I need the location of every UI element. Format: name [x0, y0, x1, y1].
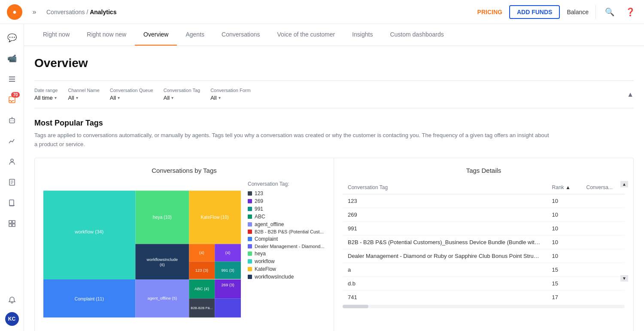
- tags-table-scroll[interactable]: Conversation Tag Rank ▲ Conversa... 123 …: [343, 181, 625, 301]
- sidebar-item-book[interactable]: [3, 194, 21, 211]
- user-avatar[interactable]: KC: [5, 312, 19, 326]
- scroll-up-button[interactable]: ▲: [627, 91, 634, 98]
- tab-custom-dashboards[interactable]: Custom dashboards: [381, 24, 452, 46]
- conversation-form-filter: Conversation Form All ▾: [210, 88, 251, 101]
- legend-label-kateflow: KateFlow: [255, 266, 276, 272]
- treemap-label-4a: (4): [199, 250, 204, 255]
- treemap-label-269: 269 (3): [222, 282, 234, 287]
- sidebar-item-list[interactable]: [3, 70, 21, 88]
- tab-insights[interactable]: Insights: [343, 24, 381, 46]
- svg-rect-4: [9, 119, 15, 123]
- top-nav: ● » Conversations / Analytics PRICING AD…: [0, 0, 644, 24]
- treemap-container: workflow (34) Complaint (11) heya (10): [43, 181, 325, 327]
- search-button[interactable]: 🔍: [603, 5, 617, 19]
- treemap-label-heya: heya (10): [153, 215, 172, 219]
- channel-name-value[interactable]: All ▾: [68, 95, 99, 101]
- treemap-label-123: 123 (3): [195, 267, 208, 272]
- treemap-cell-small[interactable]: [215, 298, 241, 317]
- legend-item-991: 991: [248, 206, 325, 212]
- date-range-value[interactable]: All time ▾: [34, 95, 58, 101]
- treemap-title: Conversations by Tags: [43, 167, 325, 174]
- tab-overview[interactable]: Overview: [135, 24, 177, 46]
- conversation-tag-value[interactable]: All ▾: [164, 95, 200, 101]
- scroll-up-table[interactable]: ▲: [620, 181, 628, 187]
- tab-agents[interactable]: Agents: [177, 24, 213, 46]
- filters-bar: Date range All time ▾ Channel Name All ▾…: [34, 80, 634, 108]
- svg-rect-1: [9, 79, 15, 80]
- sidebar-item-grid[interactable]: [3, 215, 21, 232]
- page-title: Overview: [34, 56, 634, 70]
- page-content: Overview Date range All time ▾ Channel N…: [24, 46, 644, 331]
- breadcrumb-current: Analytics: [90, 9, 116, 15]
- legend-label-269: 269: [255, 198, 263, 204]
- table-row: 269 10: [343, 208, 625, 221]
- sidebar-item-people[interactable]: [3, 153, 21, 170]
- tag-chevron: ▾: [171, 95, 173, 100]
- tab-right-now[interactable]: Right now: [34, 24, 78, 46]
- conversation-form-value[interactable]: All ▾: [210, 95, 251, 101]
- treemap-cell-workflow[interactable]: [43, 190, 135, 279]
- scrollbar-thumb: [343, 305, 368, 308]
- sort-arrow-icon: ▲: [565, 184, 571, 190]
- legend-item-workflowsinclude: workflowsInclude: [248, 274, 325, 280]
- svg-point-8: [12, 117, 12, 118]
- table-row: d.b 15: [343, 276, 625, 290]
- tags-details-panel: Tags Details Conversation Tag Rank ▲ Con…: [334, 158, 633, 331]
- svg-rect-16: [9, 221, 12, 223]
- legend-item-workflow: workflow: [248, 258, 325, 264]
- tab-conversations[interactable]: Conversations: [213, 24, 269, 46]
- tags-table: Conversation Tag Rank ▲ Conversa... 123 …: [343, 181, 625, 301]
- scroll-down-table[interactable]: ▼: [620, 275, 628, 282]
- expand-button[interactable]: »: [27, 5, 41, 19]
- treemap-label-agent-offline: agent_offline (5): [148, 295, 177, 300]
- date-range-text: All time: [34, 95, 53, 101]
- tag-rank: 10: [547, 221, 581, 235]
- treemap-label-workflow: workflow (34): [74, 229, 103, 234]
- section-title: Most Popular Tags: [34, 119, 634, 128]
- conversation-queue-label: Conversation Queue: [110, 88, 153, 93]
- treemap-svg: workflow (34) Complaint (11) heya (10): [43, 181, 241, 327]
- treemap-cell-workflowsinclude[interactable]: [135, 244, 189, 279]
- tab-navigation: Right now Right now new Overview Agents …: [24, 24, 644, 46]
- svg-rect-0: [9, 77, 15, 77]
- sidebar-item-analytics[interactable]: [3, 132, 21, 150]
- sidebar: 💬 📹 70: [0, 24, 24, 331]
- legend-dot-123: [248, 191, 252, 196]
- tags-details-title: Tags Details: [343, 167, 625, 174]
- sidebar-item-report[interactable]: [3, 174, 21, 191]
- legend-item-heya: heya: [248, 251, 325, 257]
- treemap-label-4b: (4): [225, 250, 231, 255]
- tab-right-now-new[interactable]: Right now new: [78, 24, 135, 46]
- conversation-queue-value[interactable]: All ▾: [110, 95, 153, 101]
- legend-label-123: 123: [255, 190, 263, 196]
- logo-icon: ●: [7, 4, 22, 20]
- balance-label: Balance: [567, 9, 589, 15]
- table-row: 991 10: [343, 221, 625, 235]
- tag-name: 269: [343, 208, 547, 221]
- pricing-button[interactable]: PRICING: [477, 9, 502, 15]
- legend-dot-kateflow: [248, 267, 252, 271]
- sidebar-item-inbox[interactable]: 70: [3, 91, 21, 108]
- sidebar-item-bot[interactable]: [3, 112, 21, 129]
- bell-button[interactable]: [3, 291, 21, 309]
- col-header-tag: Conversation Tag: [343, 181, 547, 194]
- add-funds-button[interactable]: ADD FUNDS: [509, 5, 560, 19]
- sidebar-item-chat[interactable]: 💬: [3, 29, 21, 46]
- charts-area: Conversations by Tags workflow (34) Comp…: [34, 158, 634, 331]
- help-button[interactable]: ❓: [623, 5, 637, 19]
- tag-conversations: [581, 235, 625, 249]
- channel-name-text: All: [68, 95, 74, 101]
- col-header-rank[interactable]: Rank ▲: [547, 181, 581, 194]
- sidebar-item-video[interactable]: 📹: [3, 50, 21, 67]
- channel-name-label: Channel Name: [68, 88, 99, 93]
- treemap-legend: Conversation Tag: 123 269 991: [248, 181, 325, 282]
- main-content: Right now Right now new Overview Agents …: [24, 24, 644, 331]
- legend-label-heya: heya: [255, 251, 266, 257]
- legend-dot-heya: [248, 251, 252, 256]
- treemap-label-kateflow: KateFlow (10): [201, 215, 229, 219]
- tag-conversations: [581, 208, 625, 221]
- tab-voice-of-customer[interactable]: Voice of the customer: [269, 24, 344, 46]
- tag-conversations: [581, 263, 625, 276]
- horizontal-scrollbar[interactable]: [343, 305, 625, 308]
- tag-rank: 10: [547, 249, 581, 263]
